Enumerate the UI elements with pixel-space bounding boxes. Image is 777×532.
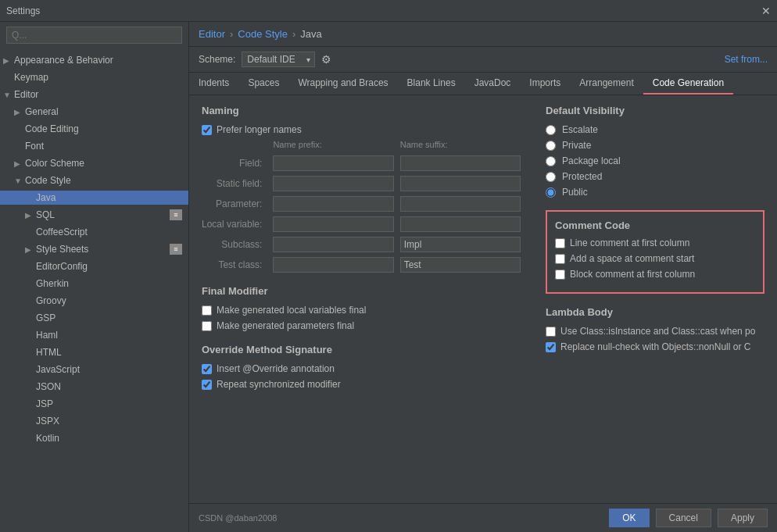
tab-imports[interactable]: Imports <box>520 73 570 95</box>
override-method-section: Override Method Signature Insert @Overri… <box>202 344 521 390</box>
sidebar-item-gsp[interactable]: GSP <box>0 309 188 327</box>
sidebar-label-code-editing: Code Editing <box>25 123 79 134</box>
sidebar-label-general: General <box>25 106 59 117</box>
lambda-body-title: Lambda Body <box>546 306 764 318</box>
comment-code-checkbox-0[interactable] <box>555 238 565 248</box>
lambda-body-label-0: Use Class::isInstance and Class::cast wh… <box>560 326 755 337</box>
cancel-button[interactable]: Cancel <box>656 509 711 527</box>
prefer-longer-names-checkbox[interactable] <box>202 125 212 135</box>
visibility-label-1: Private <box>562 140 591 151</box>
naming-suffix-2[interactable] <box>400 196 521 212</box>
naming-suffix-1[interactable] <box>400 176 521 191</box>
tab-indents[interactable]: Indents <box>189 73 238 95</box>
tab-code-generation[interactable]: Code Generation <box>643 73 733 95</box>
naming-suffix-3[interactable] <box>400 216 521 232</box>
sidebar-item-general[interactable]: ▶General <box>0 103 188 120</box>
comment-code-checkbox-1[interactable] <box>555 254 565 264</box>
visibility-option-0: Escalate <box>546 124 764 135</box>
bottom-bar: CSDN @daban2008 OK Cancel Apply <box>189 503 777 532</box>
sidebar-item-appearance[interactable]: ▶Appearance & Behavior <box>0 52 188 69</box>
sidebar-item-kotlin[interactable]: Kotlin <box>0 430 188 447</box>
close-button[interactable]: ✕ <box>761 5 771 17</box>
sidebar-item-style-sheets[interactable]: ▶Style Sheets≡ <box>0 241 188 258</box>
comment-code-item-1: Add a space at comment start <box>555 253 755 264</box>
tree-arrow-color-scheme[interactable]: ▶ <box>14 159 25 168</box>
naming-prefix-5[interactable] <box>273 257 393 273</box>
tab-arrangement[interactable]: Arrangement <box>570 73 643 95</box>
lambda-body-checkbox-1[interactable] <box>546 342 556 352</box>
sidebar-item-haml[interactable]: Haml <box>0 327 188 344</box>
sidebar-item-font[interactable]: Font <box>0 137 188 155</box>
visibility-radio-0[interactable] <box>546 125 556 135</box>
sidebar-item-jspx[interactable]: JSPX <box>0 412 188 430</box>
visibility-radio-4[interactable] <box>546 187 556 198</box>
visibility-option-2: Package local <box>546 155 764 166</box>
scheme-select[interactable]: Default IDE Project <box>242 52 315 67</box>
visibility-label-0: Escalate <box>562 124 598 135</box>
naming-prefix-2[interactable] <box>273 196 393 212</box>
naming-section: Naming Prefer longer names Name prefix:N… <box>202 105 521 273</box>
breadcrumb-item-0[interactable]: Editor <box>199 28 225 40</box>
comment-code-checkbox-2[interactable] <box>555 270 565 280</box>
sidebar-item-editor[interactable]: ▼Editor <box>0 86 188 103</box>
sidebar-item-color-scheme[interactable]: ▶Color Scheme <box>0 155 188 172</box>
sidebar-item-javascript[interactable]: JavaScript <box>0 361 188 378</box>
sidebar-item-java[interactable]: Java <box>0 189 188 206</box>
sidebar-item-jsp[interactable]: JSP <box>0 395 188 412</box>
prefer-longer-names-label: Prefer longer names <box>217 124 302 135</box>
breadcrumb-item-1[interactable]: Code Style <box>238 28 288 40</box>
naming-prefix-0[interactable] <box>273 155 393 171</box>
tab-javadoc[interactable]: JavaDoc <box>465 73 521 95</box>
final-modifier-checkbox-0[interactable] <box>202 305 212 316</box>
visibility-radio-3[interactable] <box>546 172 556 182</box>
naming-prefix-3[interactable] <box>273 216 393 232</box>
search-input[interactable] <box>6 27 182 44</box>
visibility-radio-2[interactable] <box>546 156 556 166</box>
sidebar-item-gherkin[interactable]: Gherkin <box>0 275 188 292</box>
tab-spaces[interactable]: Spaces <box>238 73 288 95</box>
gear-icon[interactable]: ⚙ <box>321 53 331 66</box>
sidebar-item-sql[interactable]: ▶SQL≡ <box>0 206 188 223</box>
naming-suffix-0[interactable] <box>400 155 521 171</box>
set-from-link[interactable]: Set from... <box>725 54 768 65</box>
col-header-suffix: Name suffix: <box>400 140 521 151</box>
final-modifier-item-0: Make generated local variables final <box>202 305 521 316</box>
sidebar-tree: ▶Appearance & BehaviorKeymap▼Editor▶Gene… <box>0 48 188 532</box>
sidebar-item-groovy[interactable]: Groovy <box>0 292 188 309</box>
sidebar-item-coffeescript[interactable]: CoffeeScript <box>0 223 188 241</box>
tab-blank-lines[interactable]: Blank Lines <box>398 73 465 95</box>
naming-row-label-4: Subclass: <box>202 239 267 250</box>
breadcrumb-sep-1: › <box>292 28 295 40</box>
apply-button[interactable]: Apply <box>718 509 768 527</box>
sidebar-label-editor: Editor <box>14 89 38 100</box>
lambda-body-checkbox-0[interactable] <box>546 327 556 337</box>
credit-text: CSDN @daban2008 <box>199 513 277 523</box>
tree-arrow-editor[interactable]: ▼ <box>3 91 14 99</box>
override-method-checkbox-0[interactable] <box>202 364 212 374</box>
sidebar-label-json: JSON <box>36 381 61 392</box>
override-method-checkbox-1[interactable] <box>202 380 212 390</box>
prefer-longer-names-row: Prefer longer names <box>202 124 521 135</box>
breadcrumb-current: Java <box>300 28 321 40</box>
visibility-radio-1[interactable] <box>546 141 556 151</box>
naming-suffix-4[interactable] <box>400 237 521 252</box>
final-modifier-checkbox-1[interactable] <box>202 321 212 331</box>
ok-button[interactable]: OK <box>609 509 649 527</box>
naming-prefix-1[interactable] <box>273 176 393 191</box>
tab-wrapping[interactable]: Wrapping and Braces <box>288 73 397 95</box>
tree-arrow-style-sheets[interactable]: ▶ <box>25 245 36 254</box>
sidebar-item-json[interactable]: JSON <box>0 378 188 395</box>
naming-prefix-4[interactable] <box>273 237 393 252</box>
tree-arrow-sql[interactable]: ▶ <box>25 211 36 220</box>
naming-suffix-5[interactable] <box>400 257 521 273</box>
sidebar-item-html[interactable]: HTML <box>0 344 188 361</box>
sidebar-item-code-editing[interactable]: Code Editing <box>0 120 188 137</box>
sidebar-label-jspx: JSPX <box>36 416 59 427</box>
sidebar-label-java: Java <box>36 192 56 203</box>
tree-arrow-general[interactable]: ▶ <box>14 108 25 116</box>
sidebar-item-code-style[interactable]: ▼Code Style <box>0 172 188 189</box>
tree-arrow-appearance[interactable]: ▶ <box>3 56 14 65</box>
tree-arrow-code-style[interactable]: ▼ <box>14 177 25 185</box>
sidebar-item-editorconfig[interactable]: EditorConfig <box>0 258 188 275</box>
sidebar-item-keymap[interactable]: Keymap <box>0 69 188 86</box>
